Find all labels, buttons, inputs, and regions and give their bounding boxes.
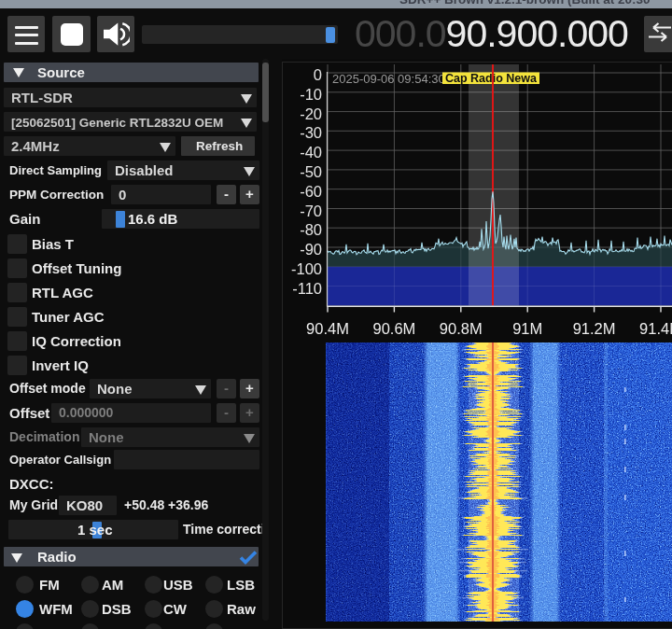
svg-text:90.8M: 90.8M (440, 320, 483, 337)
svg-text:91.2M: 91.2M (573, 320, 616, 337)
svg-text:-20: -20 (300, 105, 322, 122)
svg-text:2025-09-06 09:54:30: 2025-09-06 09:54:30 (332, 72, 445, 86)
svg-text:-60: -60 (300, 183, 322, 200)
svg-text:-80: -80 (300, 221, 322, 238)
svg-text:-70: -70 (300, 203, 322, 219)
svg-text:91.4M: 91.4M (639, 320, 672, 337)
svg-text:-10: -10 (300, 86, 322, 103)
svg-text:Cap Radio Newa: Cap Radio Newa (445, 72, 538, 85)
svg-text:91M: 91M (512, 320, 542, 337)
svg-text:-110: -110 (292, 280, 322, 297)
svg-text:-100: -100 (291, 260, 322, 277)
svg-text:0: 0 (314, 66, 322, 83)
svg-text:-40: -40 (300, 144, 322, 161)
svg-text:-50: -50 (300, 163, 322, 180)
svg-text:90.4M: 90.4M (306, 320, 349, 337)
svg-text:-30: -30 (300, 124, 322, 141)
svg-text:-90: -90 (300, 241, 322, 258)
svg-text:90.6M: 90.6M (372, 320, 415, 337)
